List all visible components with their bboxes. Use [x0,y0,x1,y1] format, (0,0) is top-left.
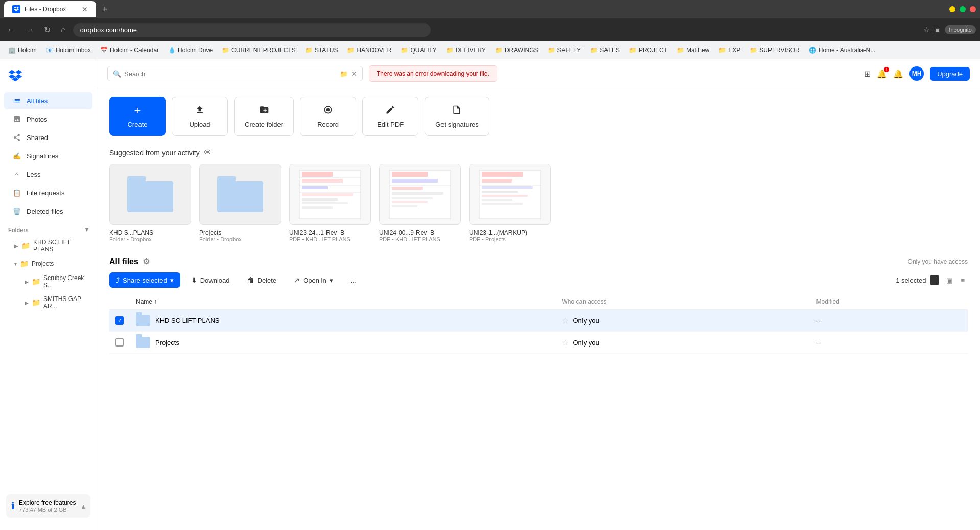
folder-item-scrubby-creek[interactable]: ▶ 📁 Scrubby Creek S... [16,271,95,292]
folder-icon-scrubby: 📁 [32,278,40,286]
bookmark-project[interactable]: 📁 PROJECT [625,44,671,56]
suggested-card-uni23-1[interactable]: UNI23-1...(MARKUP) PDF • Projects [469,164,551,242]
bookmark-star-icon[interactable]: ☆ [923,26,930,34]
delete-button[interactable]: 🗑 Delete [241,272,284,288]
row-access-cell-1: ☆ Only you [555,310,810,332]
table-row[interactable]: ✓ KHD SC LIFT PLANS ☆ Only you [109,310,968,332]
delete-label: Delete [258,276,277,284]
star-icon-2[interactable]: ☆ [562,338,569,348]
tab-close-button[interactable]: ✕ [82,5,88,13]
folder-tab [127,176,146,181]
grid-icon[interactable]: ⊞ [864,69,871,79]
download-button[interactable]: ⬇ Download [184,272,237,288]
sidebar-item-all-files[interactable]: All files [4,92,92,109]
user-avatar[interactable]: MH [909,66,924,81]
create-folder-label: Create folder [245,121,283,128]
share-selected-button[interactable]: ⤴ Share selected ▾ [109,272,180,288]
bookmark-holcim-inbox[interactable]: 📧 Holcim Inbox [42,44,95,56]
open-in-button[interactable]: ↗ Open in ▾ [287,272,340,288]
grid-view-button[interactable]: ▣ [943,274,955,286]
bookmark-home-aus[interactable]: 🌐 Home - Australia-N... [805,44,879,56]
bookmark-matthew[interactable]: 📁 Matthew [672,44,713,56]
close-button[interactable] [970,6,976,12]
suggested-card-khd[interactable]: KHD S...PLANS Folder • Dropbox [109,164,191,242]
bookmark-holcim-drive[interactable]: 💧 Holcim Drive [164,44,217,56]
svg-rect-21 [392,197,433,199]
new-tab-button[interactable]: + [102,4,108,15]
bookmark-sales[interactable]: 📁 SALES [586,44,624,56]
browser-tab[interactable]: Files - Dropbox ✕ [4,1,96,17]
khd-card-name: KHD S...PLANS [109,229,191,236]
folder-item-khd-sc-lift-plans[interactable]: ▶ 📁 KHD SC LIFT PLANS [6,236,95,256]
explore-features-button[interactable]: ℹ Explore free features 773.47 MB of 2 G… [6,494,90,518]
bookmark-quality[interactable]: 📁 QUALITY [396,44,440,56]
header-name[interactable]: Name ↑ [130,294,555,310]
sidebar-item-shared[interactable]: Shared [4,129,92,146]
home-button[interactable]: ⌂ [58,23,69,36]
folder-icon-smiths: 📁 [32,298,40,307]
sidebar: All files Photos Shared ✍️ Signatures Le… [0,59,97,530]
bookmark-delivery[interactable]: 📁 DELIVERY [442,44,490,56]
create-folder-button[interactable]: Create folder [234,97,294,136]
search-box[interactable]: 🔍 📁 ✕ [107,66,363,81]
settings-gear-icon[interactable]: ⚙ [143,257,150,266]
upload-button[interactable]: Upload [172,97,228,136]
bookmark-safety[interactable]: 📁 SAFETY [544,44,586,56]
row-checkbox-cell-1[interactable]: ✓ [109,310,130,332]
create-button[interactable]: + Create [109,97,166,136]
folder-item-smiths-gap[interactable]: ▶ 📁 SMITHS GAP AR... [16,292,95,313]
sidebar-item-file-requests[interactable]: 📋 File requests [4,184,92,201]
star-icon-1[interactable]: ☆ [562,316,569,326]
extensions-icon[interactable]: ▣ [934,26,941,34]
edit-pdf-button[interactable]: Edit PDF [362,97,418,136]
bookmark-drawings[interactable]: 📁 DRAWINGS [491,44,543,56]
eye-icon[interactable]: 👁 [204,148,212,157]
row-checkbox-cell-2[interactable] [109,332,130,354]
sidebar-item-signatures[interactable]: ✍️ Signatures [4,147,92,165]
folders-section[interactable]: Folders ▾ [0,220,97,235]
folder-toggle-icon: ▶ [14,243,18,249]
refresh-button[interactable]: ↻ [41,23,54,37]
suggested-card-projects[interactable]: Projects Folder • Dropbox [199,164,281,242]
bookmarks-bar: 🏢 Holcim 📧 Holcim Inbox 📅 Holcim - Calen… [0,41,980,59]
sidebar-item-less[interactable]: Less [4,166,92,183]
search-area: 🔍 📁 ✕ There was an error downloading you… [97,59,980,88]
home-aus-icon: 🌐 [809,47,816,54]
row-checkbox-2[interactable] [115,338,124,347]
notification-bell-icon[interactable]: 🔔 ! [877,69,887,79]
maximize-button[interactable] [960,6,966,12]
folder-item-projects[interactable]: ▾ 📁 Projects [6,257,95,271]
forward-button[interactable]: → [22,23,37,36]
bookmark-holcim-calendar[interactable]: 📅 Holcim - Calendar [96,44,163,56]
bookmark-supervisor[interactable]: 📁 SUPERVISOR [745,44,803,56]
search-clear-button[interactable]: ✕ [351,70,357,78]
activity-icon[interactable]: 🔔 [893,69,903,79]
folder-icon-khd: 📁 [21,242,30,250]
selected-count-badge [930,275,939,285]
sidebar-item-deleted-files[interactable]: 🗑️ Deleted files [4,202,92,220]
sidebar-item-photos[interactable]: Photos [4,110,92,128]
address-icons: ☆ ▣ Incognito [923,25,976,34]
suggested-card-uni24-00[interactable]: UNI24-00...9-Rev_B PDF • KHD...IFT PLANS [379,164,461,242]
dropbox-logo[interactable] [0,65,97,91]
upgrade-button[interactable]: Upgrade [930,67,970,81]
bookmark-status[interactable]: 📁 STATUS [301,44,342,56]
table-row[interactable]: Projects ☆ Only you -- [109,332,968,354]
address-input[interactable] [73,23,431,37]
bookmark-handover[interactable]: 📁 HANDOVER [343,44,395,56]
record-button[interactable]: Record [300,97,356,136]
signatures-icon: ✍️ [12,151,21,160]
minimize-button[interactable] [949,6,955,12]
back-button[interactable]: ← [4,23,18,36]
search-input[interactable] [124,70,337,78]
more-options-button[interactable]: ... [344,273,363,288]
bookmark-current-projects[interactable]: 📁 CURRENT PROJECTS [218,44,300,56]
file-requests-label: File requests [27,189,64,197]
get-signatures-button[interactable]: Get signatures [425,97,489,136]
row-checkbox-1[interactable]: ✓ [115,316,124,325]
suggested-card-uni23-24[interactable]: UNI23-24...1-Rev_B PDF • KHD...IFT PLANS [289,164,371,242]
list-view-button[interactable]: ≡ [958,274,968,286]
tab-title: Files - Dropbox [25,6,66,13]
bookmark-exp[interactable]: 📁 EXP [714,44,744,56]
bookmark-holcim[interactable]: 🏢 Holcim [4,44,41,56]
